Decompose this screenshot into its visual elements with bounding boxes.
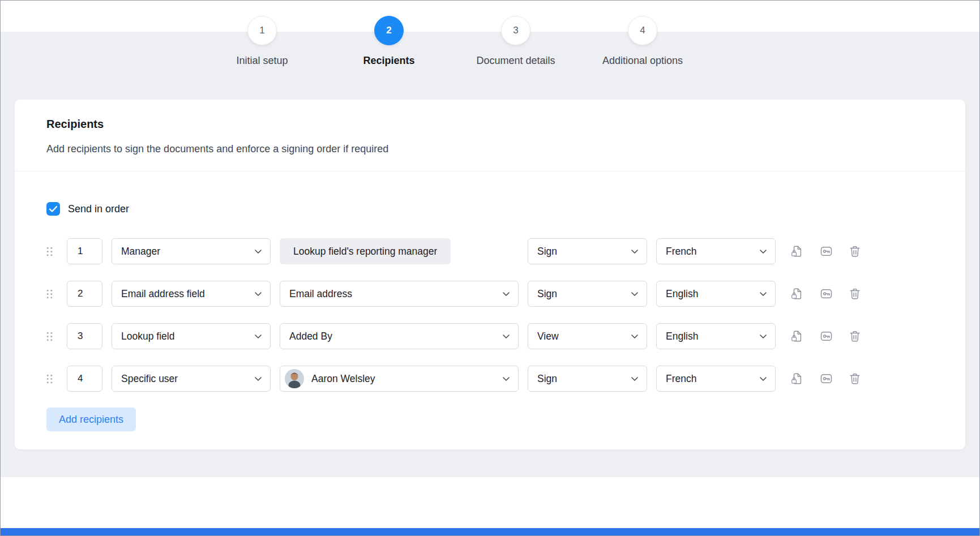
drag-handle-icon[interactable] — [46, 332, 54, 341]
recipient-type-select[interactable]: Lookup field — [112, 323, 271, 349]
recipient-value-cell: Added By — [280, 323, 519, 349]
card-header: Recipients Add recipients to sign the do… — [15, 100, 965, 171]
recipient-action-value: Sign — [537, 373, 626, 385]
chevron-down-icon — [631, 292, 638, 296]
recipient-value-select[interactable]: Aaron Welsley — [280, 366, 519, 392]
recipient-action-select[interactable]: Sign — [528, 366, 647, 392]
recipient-row: Specific user Aaron Welsley — [46, 366, 934, 392]
recipient-action-select[interactable]: Sign — [528, 281, 647, 307]
recipient-value-text: Email address — [289, 288, 497, 300]
recipient-type-select[interactable]: Email address field — [112, 281, 271, 307]
avatar — [285, 369, 304, 388]
recipient-type-value: Lookup field — [121, 331, 249, 342]
recipient-order-input[interactable] — [67, 323, 102, 349]
stepper-step-4[interactable]: 4 Additional options — [579, 16, 706, 67]
recipient-language-select[interactable]: French — [656, 366, 776, 392]
chevron-down-icon — [760, 292, 767, 296]
recipient-language-value: French — [666, 246, 754, 258]
recipient-value-select[interactable]: Email address — [280, 281, 519, 307]
drag-handle-icon[interactable] — [46, 247, 54, 256]
step-label: Initial setup — [236, 55, 288, 67]
chevron-down-icon — [255, 377, 262, 381]
add-recipients-button[interactable]: Add recipients — [46, 408, 136, 431]
recipient-type-value: Manager — [121, 246, 249, 258]
page-title: Recipients — [46, 118, 934, 131]
recipient-language-select[interactable]: French — [656, 238, 776, 264]
chevron-down-icon — [503, 377, 510, 381]
send-in-order-row: Send in order — [46, 202, 934, 216]
recipient-type-value: Email address field — [121, 288, 249, 300]
recipient-order-input[interactable] — [67, 238, 102, 264]
chevron-down-icon — [760, 250, 767, 254]
chevron-down-icon — [631, 377, 638, 381]
page-subtitle: Add recipients to sign the documents and… — [46, 143, 934, 155]
recipient-language-select[interactable]: English — [656, 323, 776, 349]
chevron-down-icon — [255, 292, 262, 296]
recipient-language-select[interactable]: English — [656, 281, 776, 307]
recipient-order-input[interactable] — [67, 281, 102, 307]
file-lock-icon[interactable] — [790, 329, 804, 343]
recipient-value-cell: Lookup field's reporting manager — [280, 238, 519, 264]
recipient-rows: Manager Lookup field's reporting manager — [46, 238, 934, 392]
recipient-value-select[interactable]: Added By — [280, 323, 519, 349]
step-label: Recipients — [363, 55, 414, 67]
check-icon — [49, 206, 57, 212]
trash-icon[interactable] — [848, 329, 862, 343]
step-number-circle[interactable]: 4 — [628, 16, 657, 45]
recipient-order-input[interactable] — [67, 366, 102, 392]
chevron-down-icon — [631, 335, 638, 338]
recipient-language-value: English — [666, 288, 754, 300]
file-lock-icon[interactable] — [790, 245, 804, 258]
recipient-action-select[interactable]: Sign — [528, 238, 647, 264]
recipient-value-text: Aaron Welsley — [311, 373, 497, 385]
footer-bar — [1, 528, 979, 535]
stepper-step-3[interactable]: 3 Document details — [452, 16, 579, 67]
step-number-circle[interactable]: 2 — [374, 16, 404, 45]
key-icon[interactable] — [819, 329, 833, 343]
file-lock-icon[interactable] — [790, 372, 804, 385]
file-lock-icon[interactable] — [790, 287, 804, 301]
step-number-circle[interactable]: 1 — [247, 16, 277, 45]
drag-handle-icon[interactable] — [46, 374, 54, 384]
stepper-step-1[interactable]: 1 Initial setup — [199, 16, 326, 67]
step-number-circle[interactable]: 3 — [501, 16, 530, 45]
recipients-card: Recipients Add recipients to sign the do… — [14, 99, 966, 450]
trash-icon[interactable] — [848, 245, 862, 258]
recipient-action-select[interactable]: View — [528, 323, 647, 349]
recipient-language-value: French — [666, 373, 754, 385]
recipient-value-select[interactable]: Lookup field's reporting manager — [280, 238, 451, 264]
recipient-row: Manager Lookup field's reporting manager — [46, 238, 934, 264]
send-in-order-label: Send in order — [68, 203, 129, 215]
chevron-down-icon — [255, 335, 262, 338]
step-label: Document details — [476, 55, 555, 67]
chevron-down-icon — [503, 292, 510, 296]
row-actions — [790, 245, 862, 258]
key-icon[interactable] — [819, 372, 833, 385]
recipient-type-select[interactable]: Specific user — [112, 366, 271, 392]
stepper-step-2[interactable]: 2 Recipients — [326, 16, 452, 67]
chevron-down-icon — [631, 250, 638, 254]
footer-spacer — [1, 477, 979, 528]
row-actions — [790, 287, 862, 301]
recipient-value-cell: Aaron Welsley — [280, 366, 519, 392]
recipient-language-value: English — [666, 331, 754, 342]
key-icon[interactable] — [819, 245, 833, 258]
trash-icon[interactable] — [848, 287, 862, 301]
trash-icon[interactable] — [848, 372, 862, 385]
chevron-down-icon — [503, 335, 510, 338]
chevron-down-icon — [760, 335, 767, 338]
recipient-value-cell: Email address — [280, 281, 519, 307]
drag-handle-icon[interactable] — [46, 289, 54, 299]
recipient-row: Email address field Email address — [46, 281, 934, 307]
chevron-down-icon — [255, 250, 262, 254]
recipient-row: Lookup field Added By — [46, 323, 934, 349]
key-icon[interactable] — [819, 287, 833, 301]
step-label: Additional options — [602, 55, 683, 67]
recipient-type-select[interactable]: Manager — [112, 238, 271, 264]
send-in-order-checkbox[interactable] — [46, 202, 60, 216]
recipient-value-text: Added By — [289, 331, 497, 342]
chevron-down-icon — [760, 377, 767, 381]
row-actions — [790, 329, 862, 343]
recipient-action-value: View — [537, 331, 626, 342]
recipient-action-value: Sign — [537, 288, 626, 300]
